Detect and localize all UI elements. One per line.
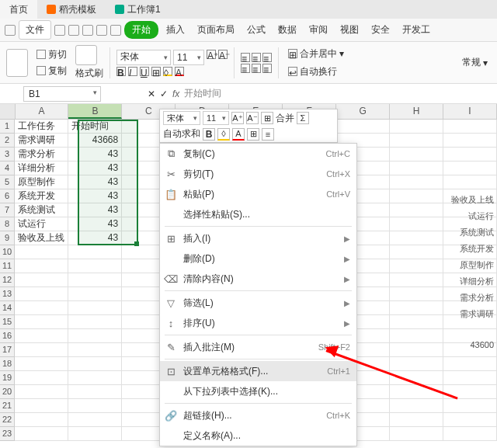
row-header[interactable]: 16 — [0, 329, 15, 343]
mini-inc-font-icon[interactable]: A⁺ — [231, 112, 244, 124]
row-header[interactable]: 11 — [0, 259, 15, 273]
cell[interactable] — [390, 148, 443, 161]
mini-fill-icon[interactable]: ◊ — [217, 128, 230, 141]
ctx-item[interactable]: ▽筛选(L)▶ — [160, 293, 356, 313]
col-header[interactable]: A — [16, 104, 69, 119]
cell[interactable] — [68, 259, 122, 273]
align-left-icon[interactable]: ≡ — [241, 64, 250, 73]
cell[interactable] — [443, 357, 497, 371]
cell[interactable] — [443, 371, 497, 385]
mini-border-icon[interactable]: ⊞ — [247, 128, 259, 141]
tab-template[interactable]: 稻壳模板 — [37, 0, 106, 19]
fx-icon[interactable]: fx — [172, 89, 179, 99]
row-header[interactable]: 18 — [0, 357, 15, 371]
menu-review[interactable]: 审阅 — [304, 21, 332, 39]
mini-color-icon[interactable]: A — [232, 128, 245, 141]
mini-font-select[interactable]: 宋体 — [163, 111, 200, 125]
number-format-select[interactable]: 常规▾ — [459, 54, 491, 71]
cell[interactable] — [15, 273, 68, 287]
wrap-button[interactable]: ↩自动换行 — [285, 64, 347, 80]
print-icon[interactable] — [68, 25, 79, 36]
save-icon[interactable] — [54, 25, 65, 36]
cell[interactable] — [390, 301, 443, 315]
cell[interactable]: 工作任务 — [15, 120, 68, 134]
copy-button[interactable]: 复制 — [34, 64, 69, 78]
align-top-icon[interactable]: ≡ — [241, 53, 250, 62]
cell[interactable] — [15, 329, 68, 343]
cell[interactable] — [443, 399, 497, 413]
cell[interactable] — [443, 148, 497, 161]
mini-align-icon[interactable]: ≡ — [262, 128, 274, 141]
cell[interactable] — [390, 427, 443, 441]
mini-merge-label[interactable]: 合并 — [276, 112, 294, 125]
menu-start[interactable]: 开始 — [124, 21, 158, 39]
ctx-item[interactable]: 从下拉列表中选择(K)... — [160, 381, 356, 401]
font-size-select[interactable]: 11 — [173, 50, 204, 65]
row-header[interactable]: 12 — [0, 273, 15, 287]
name-box[interactable]: B1 — [23, 86, 101, 102]
cell[interactable]: 需求调研 — [15, 134, 68, 148]
cell[interactable] — [390, 259, 443, 273]
format-painter-button[interactable] — [75, 45, 97, 65]
cell[interactable] — [68, 343, 122, 357]
ctx-item[interactable]: 删除(D)▶ — [160, 248, 356, 269]
cell[interactable] — [390, 413, 443, 427]
col-header[interactable]: H — [390, 104, 443, 119]
ctx-item[interactable]: 🔗超链接(H)...Ctrl+K — [160, 405, 356, 425]
cell[interactable] — [15, 343, 68, 357]
mini-dec-font-icon[interactable]: A⁻ — [246, 112, 259, 124]
tab-workbook[interactable]: 工作簿1 — [106, 0, 170, 19]
ctx-item[interactable]: ✎插入批注(M)Shift+F2 — [160, 337, 356, 357]
col-header[interactable]: I — [443, 104, 497, 119]
ctx-item[interactable]: 📋粘贴(P)Ctrl+V — [160, 184, 356, 204]
cell[interactable] — [390, 120, 443, 134]
italic-icon[interactable]: I — [128, 67, 137, 76]
preview-icon[interactable] — [82, 25, 93, 36]
cell[interactable] — [68, 329, 122, 343]
row-header[interactable]: 14 — [0, 301, 15, 315]
cell[interactable] — [390, 399, 443, 413]
bold-icon[interactable]: B — [116, 67, 126, 76]
border-icon[interactable]: ⊞ — [151, 67, 161, 76]
align-center-icon[interactable]: ≡ — [252, 64, 261, 73]
cell[interactable] — [68, 357, 122, 371]
cell[interactable] — [68, 371, 122, 385]
cell[interactable] — [443, 413, 497, 427]
increase-font-icon[interactable]: A⁺ — [207, 50, 216, 59]
cell[interactable] — [15, 259, 68, 273]
menu-layout[interactable]: 页面布局 — [193, 21, 239, 39]
cell[interactable] — [443, 161, 497, 175]
mini-sum-icon[interactable]: Σ — [297, 112, 309, 124]
cell[interactable] — [68, 245, 122, 259]
cell[interactable] — [443, 385, 497, 399]
paste-button[interactable] — [6, 49, 28, 77]
cell[interactable] — [15, 413, 68, 427]
cell[interactable] — [68, 315, 122, 329]
cell[interactable] — [68, 427, 122, 441]
cell[interactable] — [390, 357, 443, 371]
cell[interactable] — [443, 120, 497, 134]
menu-security[interactable]: 安全 — [367, 21, 394, 39]
cell[interactable]: 43 — [68, 148, 122, 161]
cell[interactable] — [15, 399, 68, 413]
row-header[interactable]: 20 — [0, 385, 15, 399]
cell[interactable] — [390, 273, 443, 287]
row-header[interactable]: 5 — [0, 175, 15, 189]
cell[interactable] — [390, 175, 443, 189]
cell[interactable] — [15, 245, 68, 259]
cell[interactable] — [15, 427, 68, 441]
cell[interactable] — [15, 287, 68, 301]
cell[interactable]: 原型制作 — [15, 175, 68, 189]
cell[interactable] — [390, 315, 443, 329]
row-header[interactable]: 7 — [0, 203, 15, 217]
cell[interactable]: 详细分析 — [15, 161, 68, 175]
app-menu-icon[interactable] — [5, 25, 16, 36]
row-header[interactable]: 21 — [0, 399, 15, 413]
align-bot-icon[interactable]: ≡ — [262, 53, 272, 62]
cell[interactable] — [390, 217, 443, 231]
cell[interactable]: 43 — [68, 161, 122, 175]
font-select[interactable]: 宋体 — [116, 50, 171, 65]
ctx-item[interactable]: ⊡设置单元格格式(F)...Ctrl+1 — [160, 361, 356, 381]
cell[interactable] — [15, 385, 68, 399]
cell[interactable] — [390, 287, 443, 301]
